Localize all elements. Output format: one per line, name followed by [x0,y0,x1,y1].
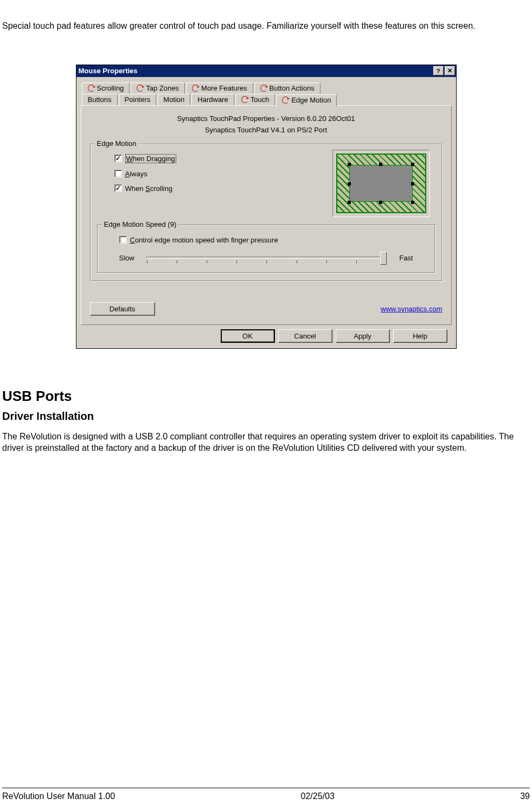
footer-right: 39 [520,791,530,801]
tab-label: Motion [163,95,184,104]
always-label: Always [125,170,148,178]
group-legend: Edge Motion Speed (9) [102,220,179,228]
speed-slider[interactable] [146,257,388,259]
touchpad-visualization [332,150,430,217]
edge-motion-speed-group: Edge Motion Speed (9) Control edge motio… [97,225,435,273]
tab-content: Synaptics TouchPad Properties - Version … [81,105,452,325]
close-button[interactable]: ✕ [445,66,455,75]
tab-pointers[interactable]: Pointers [119,94,157,106]
tab-label: Touch [251,95,270,104]
page-footer: ReVolution User Manual 1.00 02/25/03 39 [2,788,530,801]
always-checkbox[interactable] [114,170,122,177]
defaults-button[interactable]: Defaults [90,302,155,316]
synaptics-icon [241,96,248,103]
version-info: Synaptics TouchPad Properties - Version … [90,114,443,123]
synaptics-link[interactable]: www.synaptics.com [381,305,442,313]
driver-installation-heading: Driver Installation [2,410,530,423]
tab-label: Buttons [88,95,112,104]
usb-ports-heading: USB Ports [2,388,530,405]
dialog-button-row: OK Cancel Apply Help [81,325,452,343]
mouse-properties-dialog: Mouse Properties ? ✕ Scrolling Tap Zones… [76,65,457,349]
tab-label: Edge Motion [291,96,331,104]
tab-label: Pointers [125,95,151,104]
tab-label: Button Actions [270,84,315,92]
tab-label: Hardware [197,95,228,104]
group-legend: Edge Motion [95,139,139,148]
when-scrolling-label: When Scrolling [125,184,172,193]
device-info: Synaptics TouchPad V4.1 on PS/2 Port [90,126,443,134]
tab-button-actions[interactable]: Button Actions [254,82,321,94]
edge-motion-group: Edge Motion When Dragging Always [90,144,443,282]
intro-paragraph: Special touch pad features allow greater… [2,21,530,32]
synaptics-icon [137,85,144,92]
help-button[interactable]: ? [433,66,444,75]
synaptics-icon [88,85,95,92]
tab-label: Tap Zones [146,84,179,92]
control-speed-label: Control edge motion speed with finger pr… [130,236,278,244]
synaptics-icon [260,85,267,92]
slider-thumb[interactable] [380,252,387,265]
tab-touch[interactable]: Touch [235,94,275,106]
footer-center: 02/25/03 [301,791,335,801]
driver-installation-body: The ReVolution is designed with a USB 2.… [2,431,530,454]
dialog-title: Mouse Properties [79,67,432,75]
tab-more-features[interactable]: More Features [186,82,253,94]
when-dragging-checkbox[interactable] [114,155,122,162]
control-speed-checkbox[interactable] [119,236,127,244]
tab-hardware[interactable]: Hardware [191,94,234,106]
when-dragging-label: When Dragging [125,154,176,163]
apply-button[interactable]: Apply [336,329,390,343]
footer-left: ReVolution User Manual 1.00 [2,791,115,801]
slow-label: Slow [119,254,134,262]
tab-buttons[interactable]: Buttons [82,94,118,106]
ok-button[interactable]: OK [221,329,275,343]
synaptics-icon [282,97,289,104]
titlebar: Mouse Properties ? ✕ [76,65,456,77]
tab-row-upper: Scrolling Tap Zones More Features Button… [82,82,452,94]
fast-label: Fast [399,254,413,262]
tab-scrolling[interactable]: Scrolling [82,82,130,94]
tab-tap-zones[interactable]: Tap Zones [131,82,185,94]
help-button[interactable]: Help [393,329,447,343]
when-scrolling-checkbox[interactable] [114,184,122,192]
cancel-button[interactable]: Cancel [278,329,332,343]
tab-label: Scrolling [97,84,124,92]
tab-row-lower: Buttons Pointers Motion Hardware Touch E… [82,94,452,106]
tab-label: More Features [201,84,247,92]
synaptics-icon [192,85,199,92]
tab-edge-motion[interactable]: Edge Motion [276,94,337,106]
tab-motion[interactable]: Motion [157,94,190,106]
